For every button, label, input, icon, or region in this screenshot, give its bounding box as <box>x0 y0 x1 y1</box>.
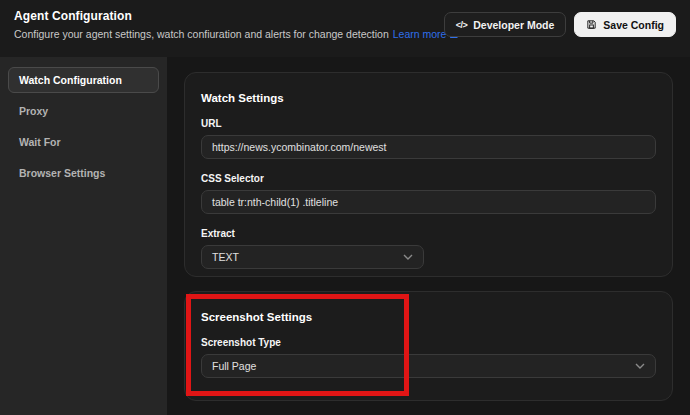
save-config-label: Save Config <box>603 19 664 31</box>
header-actions: </> Developer Mode Save Config <box>444 12 676 37</box>
sidebar-item-browser-settings[interactable]: Browser Settings <box>8 160 159 186</box>
sidebar-item-label: Watch Configuration <box>19 74 122 86</box>
sidebar-item-label: Proxy <box>19 105 48 117</box>
css-selector-field-group: CSS Selector table tr:nth-child(1) .titl… <box>185 173 672 214</box>
watch-settings-card: Watch Settings URL https://news.ycombina… <box>184 72 673 277</box>
screenshot-type-field-group: Screenshot Type Full Page <box>185 337 672 378</box>
sidebar-item-label: Browser Settings <box>19 167 105 179</box>
extract-label: Extract <box>201 228 656 239</box>
css-selector-value: table tr:nth-child(1) .titleline <box>212 196 338 208</box>
css-selector-label: CSS Selector <box>201 173 656 184</box>
screenshot-type-select[interactable]: Full Page <box>201 354 656 378</box>
developer-mode-button[interactable]: </> Developer Mode <box>444 12 567 37</box>
chevron-down-icon <box>403 254 413 260</box>
main-content: Watch Settings URL https://news.ycombina… <box>167 57 690 415</box>
save-config-button[interactable]: Save Config <box>574 12 676 37</box>
css-selector-input[interactable]: table tr:nth-child(1) .titleline <box>201 190 656 214</box>
url-label: URL <box>201 118 656 129</box>
page-subtitle: Configure your agent settings, watch con… <box>14 28 459 40</box>
page-title: Agent Configuration <box>14 9 459 23</box>
sidebar-item-watch-configuration[interactable]: Watch Configuration <box>8 67 159 93</box>
screenshot-settings-heading: Screenshot Settings <box>185 292 672 323</box>
screenshot-type-label: Screenshot Type <box>201 337 656 348</box>
agent-configuration-window: Agent Configuration Configure your agent… <box>0 0 690 415</box>
screenshot-type-value: Full Page <box>212 360 256 372</box>
sidebar-item-proxy[interactable]: Proxy <box>8 98 159 124</box>
url-value: https://news.ycombinator.com/newest <box>212 141 387 153</box>
header-bar: Agent Configuration Configure your agent… <box>0 0 690 57</box>
save-icon <box>586 19 597 30</box>
sidebar-item-wait-for[interactable]: Wait For <box>8 129 159 155</box>
url-input[interactable]: https://news.ycombinator.com/newest <box>201 135 656 159</box>
settings-sidebar: Watch Configuration Proxy Wait For Brows… <box>0 57 167 415</box>
watch-settings-heading: Watch Settings <box>185 73 672 104</box>
developer-mode-label: Developer Mode <box>473 19 554 31</box>
code-icon: </> <box>456 20 468 30</box>
url-field-group: URL https://news.ycombinator.com/newest <box>185 118 672 159</box>
extract-select[interactable]: TEXT <box>201 245 424 269</box>
chevron-down-icon <box>635 363 645 369</box>
header-text: Agent Configuration Configure your agent… <box>14 9 459 40</box>
learn-more-label: Learn more <box>393 28 447 40</box>
screenshot-settings-card: Screenshot Settings Screenshot Type Full… <box>184 291 673 401</box>
extract-field-group: Extract TEXT <box>185 228 672 269</box>
sidebar-item-label: Wait For <box>19 136 61 148</box>
page-subtitle-text: Configure your agent settings, watch con… <box>14 28 389 40</box>
extract-value: TEXT <box>212 251 239 263</box>
